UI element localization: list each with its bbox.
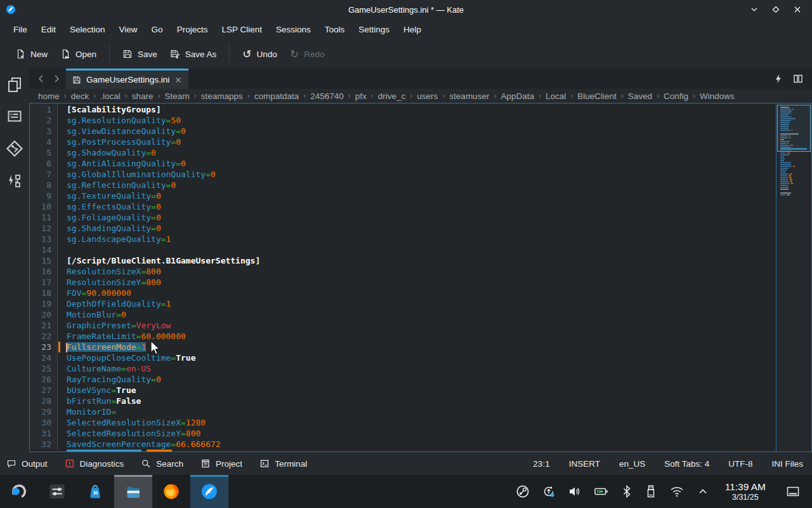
save-as-button[interactable]: Save As bbox=[164, 45, 223, 63]
system-settings-button[interactable] bbox=[38, 475, 76, 508]
editor-line-10[interactable]: 10sg.EffectsQuality=0 bbox=[30, 201, 776, 212]
documents-icon[interactable] bbox=[6, 76, 23, 93]
editor-line-18[interactable]: 18FOV=90.000000 bbox=[30, 288, 776, 298]
editor-line-8[interactable]: 8sg.ReflectionQuality=0 bbox=[30, 180, 776, 190]
editor-line-28[interactable]: 28bFirstRun=False bbox=[30, 396, 776, 406]
firefox-button[interactable] bbox=[152, 475, 190, 508]
git-icon[interactable] bbox=[6, 140, 23, 157]
editor-line-2[interactable]: 2sg.ResolutionQuality=50 bbox=[30, 115, 776, 126]
cursor-position[interactable]: 23:1 bbox=[533, 459, 549, 469]
editor-line-22[interactable]: 22FrameRateLimit=60.000000 bbox=[30, 331, 776, 342]
menu-selection[interactable]: Selection bbox=[63, 22, 112, 37]
search-toolview-button[interactable]: Search bbox=[141, 458, 183, 469]
discover-button[interactable] bbox=[76, 475, 114, 508]
breadcrumb-segment[interactable]: home bbox=[36, 91, 62, 101]
diagnostics-toolview-button[interactable]: Diagnostics bbox=[65, 458, 124, 469]
editor-line-27[interactable]: 27bUseVSync=True bbox=[30, 385, 776, 396]
editor-line-11[interactable]: 11sg.FoliageQuality=0 bbox=[30, 212, 776, 223]
updates-icon[interactable] bbox=[542, 485, 556, 498]
text-area[interactable]: 1[ScalabilityGroups]2sg.ResolutionQualit… bbox=[30, 104, 776, 451]
breadcrumb-segment[interactable]: .local bbox=[98, 91, 123, 101]
lsp-icon[interactable] bbox=[6, 173, 23, 189]
breadcrumb-segment[interactable]: Steam bbox=[162, 91, 192, 101]
breadcrumb-segment[interactable]: Local bbox=[543, 91, 568, 101]
kate-taskbar-button[interactable] bbox=[190, 475, 228, 508]
steam-icon[interactable] bbox=[516, 485, 530, 498]
menu-sessions[interactable]: Sessions bbox=[269, 22, 318, 37]
breadcrumb-segment[interactable]: steamuser bbox=[447, 91, 492, 101]
menu-help[interactable]: Help bbox=[396, 22, 428, 37]
save-button[interactable]: Save bbox=[116, 45, 164, 63]
editor-line-16[interactable]: 16ResolutionSizeX=800 bbox=[30, 266, 776, 277]
breadcrumb-segment[interactable]: Saved bbox=[625, 91, 655, 101]
wifi-icon[interactable] bbox=[669, 485, 684, 498]
editor-line-20[interactable]: 20MotionBlur=0 bbox=[30, 309, 776, 320]
caret-up-icon[interactable] bbox=[697, 485, 709, 498]
editor-line-30[interactable]: 30SelectedResolutionSizeX=1280 bbox=[30, 417, 776, 428]
bluetooth-icon[interactable] bbox=[621, 485, 632, 498]
close-button[interactable] bbox=[793, 5, 802, 14]
dolphin-button[interactable] bbox=[114, 475, 152, 508]
editor-line-17[interactable]: 17ResolutionSizeY=800 bbox=[30, 277, 776, 288]
editor-line-23[interactable]: 23FullscreenMode=1 bbox=[30, 342, 776, 352]
breadcrumb-segment[interactable]: users bbox=[414, 91, 440, 101]
minimap-scrollbar[interactable] bbox=[776, 104, 811, 451]
menu-lsp-client[interactable]: LSP Client bbox=[214, 22, 269, 37]
breadcrumb-segment[interactable]: compatdata bbox=[252, 91, 302, 101]
editor-line-1[interactable]: 1[ScalabilityGroups] bbox=[30, 104, 776, 115]
breadcrumb-segment[interactable]: BlueClient bbox=[575, 91, 619, 101]
menu-edit[interactable]: Edit bbox=[34, 22, 63, 37]
editor-line-5[interactable]: 5sg.ShadowQuality=0 bbox=[30, 147, 776, 158]
encoding[interactable]: UTF-8 bbox=[728, 459, 752, 469]
editor-line-19[interactable]: 19DepthOfFieldQuality=1 bbox=[30, 298, 776, 309]
input-mode[interactable]: INSERT bbox=[569, 459, 600, 469]
menu-tools[interactable]: Tools bbox=[318, 22, 352, 37]
editor-line-14[interactable]: 14 bbox=[30, 244, 776, 255]
terminal-toolview-button[interactable]: Terminal bbox=[259, 458, 307, 469]
battery-icon[interactable] bbox=[594, 485, 609, 498]
editor-line-31[interactable]: 31SelectedResolutionSizeY=800 bbox=[30, 428, 776, 439]
undo-button[interactable]: ↺Undo bbox=[236, 46, 284, 63]
clock[interactable]: 11:39 AM 3/31/25 bbox=[725, 481, 766, 502]
maximize-button[interactable] bbox=[771, 5, 780, 14]
new-button[interactable]: New bbox=[9, 45, 54, 63]
tab-forward-button[interactable] bbox=[52, 74, 61, 84]
editor-line-26[interactable]: 26RayTracingQuality=0 bbox=[30, 374, 776, 385]
tab-settings[interactable]: Soft Tabs: 4 bbox=[664, 459, 709, 469]
editor-line-6[interactable]: 6sg.AntiAliasingQuality=0 bbox=[30, 158, 776, 169]
editor-line-15[interactable]: 15[/Script/BlueClient.B1GameUserSettings… bbox=[30, 255, 776, 266]
breadcrumb-segment[interactable]: Windows bbox=[697, 91, 737, 101]
editor-line-7[interactable]: 7sg.GlobalIlluminationQuality=0 bbox=[30, 169, 776, 180]
split-view-icon[interactable] bbox=[793, 74, 803, 84]
breadcrumb-segment[interactable]: AppData bbox=[498, 91, 537, 101]
editor-line-29[interactable]: 29MonitorID= bbox=[30, 406, 776, 417]
output-toolview-button[interactable]: Output bbox=[6, 458, 48, 469]
breadcrumb-segment[interactable]: pfx bbox=[353, 91, 369, 101]
editor-line-9[interactable]: 9sg.TextureQuality=0 bbox=[30, 190, 776, 201]
breadcrumb-segment[interactable]: steamapps bbox=[199, 91, 246, 101]
filesystem-icon[interactable] bbox=[6, 108, 23, 124]
editor-line-24[interactable]: 24UsePopupCloseCooltime=True bbox=[30, 352, 776, 363]
breadcrumb-segment[interactable]: 2456740 bbox=[308, 91, 346, 101]
editor-line-32[interactable]: 32SavedScreenPercentage=66.666672 bbox=[30, 439, 776, 450]
show-desktop-button[interactable] bbox=[782, 485, 804, 498]
menu-settings[interactable]: Settings bbox=[351, 22, 396, 37]
menu-view[interactable]: View bbox=[112, 22, 145, 37]
open-button[interactable]: Open bbox=[54, 45, 103, 63]
breadcrumb-segment[interactable]: Config bbox=[661, 91, 691, 101]
file-type[interactable]: INI Files bbox=[771, 459, 803, 469]
menu-go[interactable]: Go bbox=[145, 22, 170, 37]
breadcrumb-segment[interactable]: drive_c bbox=[376, 91, 409, 101]
minimize-button[interactable] bbox=[750, 5, 759, 14]
breadcrumb-segment[interactable]: share bbox=[129, 91, 156, 101]
editor-line-3[interactable]: 3sg.ViewDistanceQuality=0 bbox=[30, 126, 776, 137]
menu-projects[interactable]: Projects bbox=[170, 22, 215, 37]
editor-line-25[interactable]: 25CultureName=en-US bbox=[30, 363, 776, 374]
minimap-viewport[interactable] bbox=[777, 105, 811, 152]
editor-line-4[interactable]: 4sg.PostProcessQuality=0 bbox=[30, 137, 776, 147]
menu-file[interactable]: File bbox=[6, 22, 34, 37]
quick-open-lightning-icon[interactable] bbox=[774, 74, 783, 84]
editor-line-21[interactable]: 21GraphicPreset=VeryLow bbox=[30, 320, 776, 331]
dictionary[interactable]: en_US bbox=[619, 459, 645, 469]
editor-line-13[interactable]: 13sg.LandscapeQuality=1 bbox=[30, 234, 776, 244]
